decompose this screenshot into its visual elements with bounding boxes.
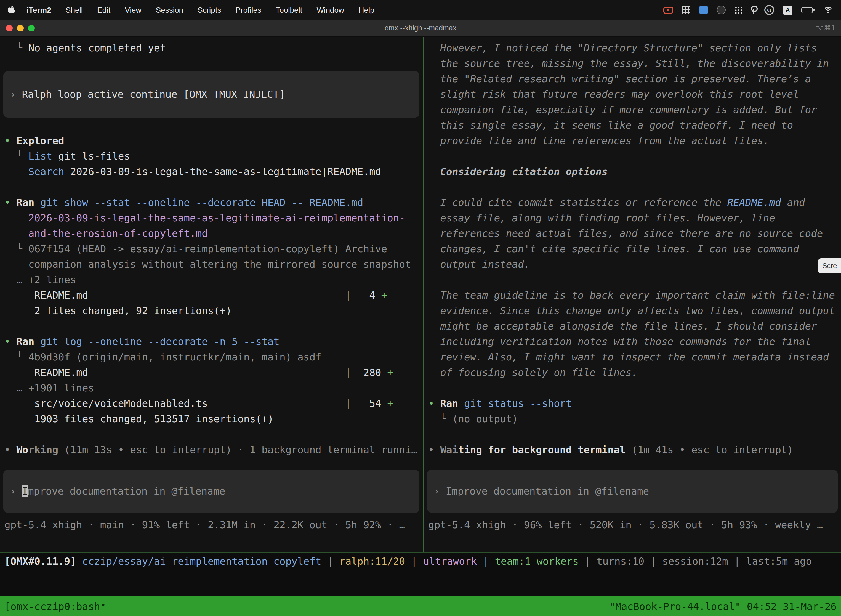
apple-menu[interactable]	[8, 6, 15, 14]
window-shortcut-hint: ⌥⌘1	[815, 24, 835, 32]
terminal-line: the source tree, missing the essay. Stil…	[428, 56, 841, 71]
window-controls	[6, 25, 35, 31]
blue-app-icon[interactable]	[699, 6, 708, 14]
terminal-line: essay file, along with finding root file…	[428, 210, 841, 226]
window-title-bar[interactable]: omx --xhigh --madmax ⌥⌘1	[0, 20, 841, 37]
battery-gauge-label: 61	[767, 8, 771, 12]
battery-gauge-icon[interactable]: 61	[764, 5, 774, 15]
notice-prompt: ›	[10, 88, 22, 100]
terminal-line	[4, 179, 423, 195]
input-source-icon[interactable]: A	[783, 5, 793, 15]
tmux-session-label: [omx-cczip0:bash*	[4, 600, 106, 612]
terminal-line: … +1901 lines	[4, 380, 423, 396]
input-placeholder: Improve documentation in @filename	[445, 485, 649, 497]
screen: iTerm2ShellEditViewSessionScriptsProfile…	[0, 0, 841, 616]
ralph-loop-notice: › Ralph loop active continue [OMX_TMUX_I…	[3, 71, 419, 117]
input-source-letter: A	[785, 7, 790, 13]
terminal-line: Considering citation options	[428, 164, 841, 179]
terminal-line	[4, 318, 423, 334]
terminal-line: companion analysis without altering the …	[4, 257, 423, 272]
menu-status-icons: 61 A	[663, 5, 833, 15]
input-prompt: ›	[434, 485, 445, 497]
prompt-input-left[interactable]: › Improve documentation in @filename	[3, 470, 419, 513]
menu-items: iTerm2ShellEditViewSessionScriptsProfile…	[26, 6, 374, 14]
menu-item-session[interactable]: Session	[155, 6, 183, 14]
terminal-content: └ No agents completed yet › Ralph loop a…	[0, 37, 841, 553]
terminal-line: … +2 lines	[4, 272, 423, 287]
text-cursor: I	[22, 485, 28, 497]
left-agent-pane: └ No agents completed yet › Ralph loop a…	[0, 37, 424, 552]
output-block: However, I noticed the "Directory Struct…	[428, 40, 841, 458]
terminal-line	[428, 380, 841, 396]
terminal-line	[4, 117, 423, 133]
terminal-line: slight risk that future readers may over…	[428, 87, 841, 102]
minimize-button[interactable]	[17, 25, 24, 31]
input-placeholder: mprove documentation in @filename	[28, 485, 225, 497]
menu-item-profiles[interactable]: Profiles	[236, 6, 261, 14]
terminal-line	[428, 148, 841, 164]
menu-item-help[interactable]: Help	[358, 6, 374, 14]
terminal-line: └ 4b9d30f (origin/main, instructkr/main,…	[4, 349, 423, 365]
terminal-line: the "Related research writing" section i…	[428, 71, 841, 87]
menu-item-edit[interactable]: Edit	[97, 6, 110, 14]
tmux-host-clock: "MacBook-Pro-44.local" 04:52 31-Mar-26	[609, 600, 837, 612]
terminal-line: • Ran git log --oneline --decorate -n 5 …	[4, 334, 423, 349]
tmux-status-bar: [omx-cczip0:bash* "MacBook-Pro-44.local"…	[0, 596, 841, 616]
model-status-left: gpt-5.4 xhigh · main · 91% left · 2.31M …	[4, 517, 423, 532]
terminal-line: └ List git ls-files	[4, 148, 423, 164]
terminal-line: src/voice/voiceModeEnabled.ts | 54 +	[4, 396, 423, 411]
terminal-line: • Working (11m 13s • esc to interrupt) ·…	[4, 442, 423, 458]
terminal-line: I could cite commit statistics or refere…	[428, 195, 841, 210]
terminal-line: README.md | 280 +	[4, 365, 423, 380]
terminal-line: and-the-erosion-of-copyleft.md	[4, 226, 423, 241]
output-block: • Explored └ List git ls-files Search 20…	[4, 117, 423, 458]
terminal-line: of focusing solely on file lines.	[428, 365, 841, 380]
terminal-line: references need actual files, and since …	[428, 226, 841, 241]
terminal-line: • Ran git status --short	[428, 396, 841, 411]
terminal-line: might be acceptable alongside the file l…	[428, 318, 841, 334]
terminal-line: including verification notes with those …	[428, 334, 841, 349]
terminal-line: changes, I can't cite specific file line…	[428, 241, 841, 257]
menu-item-scripts[interactable]: Scripts	[198, 6, 221, 14]
prompt-input-right[interactable]: › Improve documentation in @filename	[427, 470, 838, 513]
terminal-line: └ (no output)	[428, 411, 841, 427]
window-grid-icon[interactable]	[682, 6, 690, 14]
key-icon[interactable]	[751, 6, 756, 14]
apple-logo-icon	[8, 6, 15, 14]
terminal-line: Search 2026-03-09-is-legal-the-same-as-l…	[4, 164, 423, 179]
terminal-line: The team guideline is to back every impo…	[428, 287, 841, 303]
notice-text: Ralph loop active continue [OMX_TMUX_INJ…	[22, 88, 285, 100]
omx-status-line: [OMX#0.11.9] cczip/essay/ai-reimplementa…	[0, 554, 841, 569]
terminal-line: provide file and line references from th…	[428, 133, 841, 148]
zoom-button[interactable]	[28, 25, 35, 31]
menu-item-iterm2[interactable]: iTerm2	[26, 6, 51, 14]
terminal-line: • Explored	[4, 133, 423, 148]
terminal-line: evidence. Since this change only affects…	[428, 303, 841, 318]
terminal-line	[4, 427, 423, 442]
terminal-line: However, I noticed the "Directory Struct…	[428, 40, 841, 56]
input-prompt: ›	[10, 485, 22, 497]
terminal-line: • Waiting for background terminal (1m 41…	[428, 442, 841, 458]
terminal-line: 2 files changed, 92 insertions(+)	[4, 303, 423, 318]
close-button[interactable]	[6, 25, 13, 31]
dark-app-icon[interactable]	[717, 6, 726, 14]
screen-recording-indicator-icon[interactable]	[663, 6, 673, 13]
battery-icon[interactable]	[801, 7, 815, 13]
menu-item-window[interactable]: Window	[317, 6, 344, 14]
terminal-line: companion file, especially if more comme…	[428, 102, 841, 117]
terminal-line: this single essay, it seems like a good …	[428, 117, 841, 133]
window-title: omx --xhigh --madmax	[0, 24, 841, 32]
menu-item-toolbelt[interactable]: Toolbelt	[275, 6, 302, 14]
terminal-line: └ No agents completed yet	[4, 40, 423, 56]
terminal-line: README.md | 4 +	[4, 287, 423, 303]
terminal-line: • Ran git show --stat --oneline --decora…	[4, 195, 423, 210]
dots-grid-icon[interactable]	[734, 6, 742, 14]
menu-item-view[interactable]: View	[125, 6, 141, 14]
wifi-icon[interactable]	[823, 6, 833, 14]
output-block: └ No agents completed yet	[4, 40, 423, 71]
terminal-line	[428, 179, 841, 195]
terminal-line: 2026-03-09-is-legal-the-same-as-legitima…	[4, 210, 423, 226]
right-agent-pane: However, I noticed the "Directory Struct…	[424, 37, 841, 552]
menu-item-shell[interactable]: Shell	[66, 6, 83, 14]
screen-overlay-tab[interactable]: Scre	[818, 258, 841, 273]
